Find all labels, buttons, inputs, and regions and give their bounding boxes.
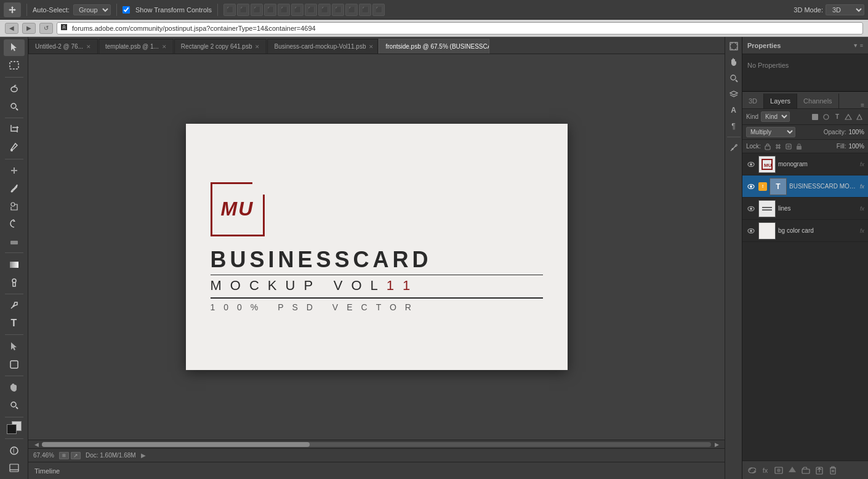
hand-panel-icon[interactable]	[727, 55, 741, 69]
layer-item-lines[interactable]: lines fx	[742, 198, 868, 220]
history-brush-tool[interactable]	[4, 215, 25, 232]
tab-untitled-close[interactable]: ✕	[86, 44, 91, 50]
paragraph-panel-icon[interactable]: ¶	[727, 119, 741, 133]
align-right-icon[interactable]: ⬛	[251, 4, 263, 16]
lock-artboard-icon[interactable]	[784, 142, 793, 151]
filter-adjust-icon[interactable]	[821, 112, 831, 122]
scroll-right-button[interactable]: ▶	[711, 441, 722, 448]
kind-dropdown[interactable]: Kind	[761, 111, 790, 122]
tab-rectangle[interactable]: Rectangle 2 copy 641.psb ✕	[174, 39, 267, 54]
adjustment-layer-button[interactable]	[787, 465, 798, 476]
brush-tool[interactable]	[4, 180, 25, 196]
tab-template-close[interactable]: ✕	[162, 44, 167, 50]
align-top-icon[interactable]: ⬛	[264, 4, 276, 16]
align-bottom-icon[interactable]: ⬛	[291, 4, 303, 16]
add-mask-button[interactable]	[773, 465, 784, 476]
type-tool[interactable]: T	[4, 315, 25, 332]
layer-visibility-bg[interactable]	[746, 226, 756, 236]
tab-channels[interactable]: Channels	[797, 94, 838, 108]
delete-layer-button[interactable]	[827, 465, 838, 476]
dist-5-icon[interactable]: ⬛	[359, 4, 371, 16]
lock-position-icon[interactable]	[774, 142, 782, 151]
tools-panel-icon[interactable]	[727, 141, 741, 155]
color-swatches[interactable]	[4, 420, 24, 435]
new-group-button[interactable]	[800, 465, 811, 476]
filter-shape-icon[interactable]	[843, 112, 853, 122]
align-center-v-icon[interactable]: ⬛	[278, 4, 290, 16]
svg-rect-7	[10, 262, 18, 268]
status-icon-2[interactable]: ↗	[71, 452, 81, 459]
quick-select-tool[interactable]	[4, 98, 25, 115]
browser-back-button[interactable]: ◀	[5, 23, 18, 34]
filter-pixel-icon[interactable]	[810, 112, 820, 122]
status-icon-1[interactable]: ⊞	[59, 452, 69, 459]
lock-pixel-icon[interactable]	[763, 142, 772, 151]
align-center-h-icon[interactable]: ⬛	[237, 4, 249, 16]
layers-panel-icon[interactable]	[727, 87, 741, 101]
crop-tool[interactable]	[4, 121, 25, 138]
eyedropper-tool[interactable]	[4, 139, 25, 156]
filter-smart-icon[interactable]	[854, 112, 864, 122]
transform-checkbox[interactable]	[123, 6, 130, 14]
screen-mode-tool[interactable]	[4, 460, 25, 477]
tab-3d[interactable]: 3D	[742, 94, 764, 108]
hand-tool[interactable]	[4, 379, 25, 396]
link-layers-button[interactable]	[746, 465, 757, 476]
lock-all-icon[interactable]	[795, 142, 803, 151]
mode-select[interactable]: 3D	[826, 4, 864, 15]
dist-3-icon[interactable]: ⬛	[332, 4, 344, 16]
gradient-tool[interactable]	[4, 256, 25, 273]
filter-type-icon[interactable]: T	[832, 112, 842, 122]
layer-visibility-lines[interactable]	[746, 204, 756, 214]
properties-collapse-button[interactable]: ▼ ≡	[853, 42, 863, 49]
path-select-tool[interactable]	[4, 338, 25, 355]
layers-menu-button[interactable]: ≡	[861, 102, 864, 108]
tab-layers[interactable]: Layers	[764, 94, 797, 108]
browser-refresh-button[interactable]: ↺	[39, 23, 53, 34]
layer-visibility-businesscard[interactable]	[746, 182, 756, 191]
selection-tool[interactable]	[4, 39, 25, 56]
tab-rectangle-close[interactable]: ✕	[255, 44, 260, 50]
dist-v-icon[interactable]: ⬛	[318, 4, 331, 16]
auto-select-dropdown[interactable]: Group	[73, 4, 111, 15]
layer-item-monogram[interactable]: MU monogram fx	[742, 153, 868, 175]
svg-rect-6	[10, 241, 18, 244]
lasso-tool[interactable]	[4, 81, 25, 97]
eraser-tool[interactable]	[4, 233, 25, 250]
blend-mode-dropdown[interactable]: Multiply	[746, 127, 795, 137]
scrollbar-track[interactable]	[42, 442, 711, 447]
pen-tool[interactable]	[4, 297, 25, 314]
tab-template[interactable]: template.psb @ 1... ✕	[98, 39, 174, 54]
layer-item-businesscard[interactable]: ! T BUSINESSCARD MOC... fx	[742, 175, 868, 198]
tab-business-card-mockup[interactable]: Business-card-mockup-Vol11.psb ✕	[267, 39, 378, 54]
marquee-tool[interactable]	[4, 57, 25, 74]
scroll-left-button[interactable]: ◀	[31, 441, 42, 448]
healing-tool[interactable]	[4, 163, 25, 179]
dist-h-icon[interactable]: ⬛	[305, 4, 317, 16]
move-tool-button[interactable]	[4, 2, 21, 17]
canvas-wrapper[interactable]: MU BUSINESSCARD MOCKUP VOL11 100% PSD VE…	[28, 54, 725, 440]
status-arrow-button[interactable]: ▶	[141, 452, 146, 459]
resize-panel-icon[interactable]	[727, 39, 741, 53]
dist-4-icon[interactable]: ⬛	[345, 4, 358, 16]
add-style-button[interactable]: fx	[760, 465, 771, 476]
new-layer-button[interactable]	[814, 465, 825, 476]
text-panel-icon[interactable]: A	[727, 103, 741, 117]
h-scrollbar[interactable]: ◀ ▶	[28, 440, 725, 448]
tab-frontside[interactable]: frontside.psb @ 67.5% (BUSINESSCARD MOCK…	[379, 39, 489, 54]
browser-url-bar[interactable]: 🅰 forums.adobe.com/community/postinput.j…	[57, 22, 863, 34]
browser-forward-button[interactable]: ▶	[22, 23, 36, 34]
dist-6-icon[interactable]: ⬛	[372, 4, 385, 16]
shape-tool[interactable]	[4, 356, 25, 372]
zoom-panel-icon[interactable]	[727, 71, 741, 85]
dodge-tool[interactable]	[4, 274, 25, 291]
clone-stamp-tool[interactable]	[4, 198, 25, 214]
quick-mask-tool[interactable]	[4, 442, 25, 459]
align-left-icon[interactable]: ⬛	[223, 4, 236, 16]
tab-business-card-mockup-close[interactable]: ✕	[369, 44, 374, 50]
tab-untitled[interactable]: Untitled-2 @ 76... ✕	[28, 39, 98, 54]
tool-divider-7	[5, 376, 23, 376]
layer-item-bg[interactable]: bg color card fx	[742, 220, 868, 242]
layer-visibility-monogram[interactable]	[746, 159, 756, 169]
zoom-tool[interactable]	[4, 397, 25, 414]
